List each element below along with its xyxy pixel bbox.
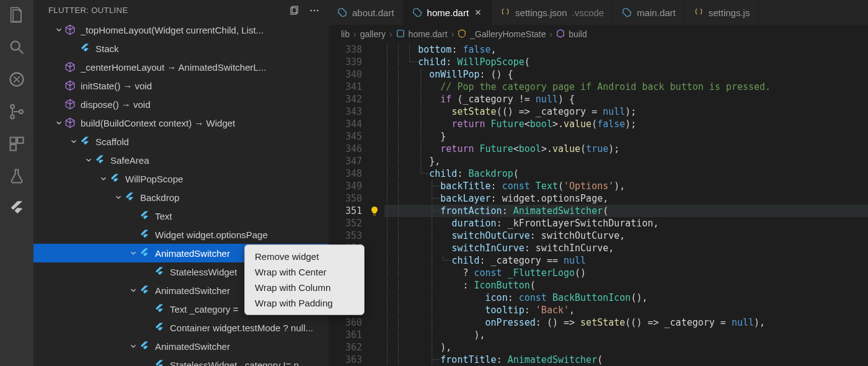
code-line[interactable]: │ │ │ ),	[384, 341, 868, 354]
outline-title: FLUTTER: OUTLINE	[48, 6, 128, 15]
flutter-icon	[79, 136, 91, 147]
beaker-icon[interactable]	[8, 167, 25, 185]
line-number: 361	[329, 329, 362, 341]
line-number: 351	[329, 205, 362, 217]
code-line[interactable]: │ │ ├─frontTitle: AnimatedSwitcher(	[384, 354, 868, 366]
outline-item-label: AnimatedSwitcher	[155, 341, 230, 352]
close-icon[interactable]	[474, 8, 482, 17]
breadcrumb-segment[interactable]: home.dart	[409, 29, 448, 39]
code-line[interactable]: │ │ │ }	[384, 130, 868, 143]
breadcrumb-icon	[556, 29, 565, 40]
context-menu-item[interactable]: Wrap with Padding	[245, 295, 364, 311]
method-icon	[64, 61, 76, 73]
breadcrumb-segment[interactable]: lib	[341, 29, 350, 39]
outline-item[interactable]: Container widget.testMode ? null...	[33, 318, 329, 337]
code-line[interactable]: │ │ │ bottom: false,	[384, 43, 868, 56]
breadcrumb-segment[interactable]: _GalleryHomeState	[470, 29, 546, 39]
outline-item[interactable]: Stack	[33, 39, 329, 58]
code-line[interactable]: │ │ │ : IconButton(	[384, 279, 868, 292]
code-line[interactable]: │ │ ├─backLayer: widget.optionsPage,	[384, 192, 868, 205]
copy-icon[interactable]	[289, 5, 300, 16]
code-line[interactable]: │ │ └─child: Backdrop(	[384, 167, 868, 180]
outline-item[interactable]: StatelessWidget _category != n...	[33, 355, 329, 366]
code-line[interactable]: │ │ │ onWillPop: () {	[384, 68, 868, 81]
debug-icon[interactable]	[8, 71, 25, 88]
code-line[interactable]: │ │ │ switchOutCurve: switchOutCurve,	[384, 230, 868, 242]
editor-tab[interactable]: about.dart	[329, 0, 404, 25]
svg-rect-14	[397, 30, 404, 37]
context-menu-item[interactable]: Remove widget	[245, 249, 364, 264]
outline-item-label: StatelessWidget _category != n...	[170, 360, 307, 366]
tab-label: about.dart	[352, 7, 394, 18]
outline-item-label: Container widget.testMode ? null...	[170, 323, 313, 333]
tab-label: home.dart	[427, 7, 469, 18]
editor-tab[interactable]: main.dart	[613, 0, 685, 25]
code-line[interactable]: │ │ │ ? const _FlutterLogo()	[384, 267, 868, 279]
chevron-right-icon: ›	[550, 29, 553, 39]
outline-item[interactable]: _centerHomeLayout → AnimatedSwitcherL...	[33, 58, 329, 76]
line-number: 346	[329, 143, 362, 155]
tab-label: settings.js	[709, 7, 750, 18]
outline-item[interactable]: initState() → void	[33, 76, 329, 95]
source-control-icon[interactable]	[8, 103, 25, 120]
outline-item[interactable]: Widget widget.optionsPage	[33, 225, 329, 244]
context-menu-item[interactable]: Wrap with Column	[245, 280, 364, 295]
line-number: 347	[329, 155, 362, 167]
outline-item[interactable]: WillPopScope	[33, 169, 329, 188]
code-line[interactable]: │ │ └─child: WillPopScope(	[384, 56, 868, 68]
outline-item[interactable]: dispose() → void	[33, 95, 329, 114]
outline-item[interactable]: Text	[33, 207, 329, 225]
breadcrumb-segment[interactable]: gallery	[360, 29, 386, 39]
editor-tab[interactable]: settings.js	[685, 0, 760, 25]
outline-item-label: _topHomeLayout(Widget currentChild, List…	[81, 25, 264, 35]
code-line[interactable]: │ │ │ duration: _kFrontLayerSwitchDurati…	[384, 217, 868, 230]
flutter-icon	[139, 341, 150, 352]
code-line[interactable]: │ │ │ ),	[384, 329, 868, 341]
tab-label: settings.json	[515, 7, 567, 18]
more-icon[interactable]	[309, 5, 320, 16]
outline-item-label: Stack	[95, 43, 119, 54]
code-line[interactable]: │ │ │ setState(() => _category = null);	[384, 105, 868, 118]
editor-tab[interactable]: settings.json.vscode	[492, 0, 613, 25]
method-icon	[64, 99, 76, 110]
code-line[interactable]: │ │ │ if (_category != null) {	[384, 93, 868, 105]
context-menu-item[interactable]: Wrap with Center	[245, 264, 364, 280]
code-area[interactable]: 3383393403413423433443453463473483493503…	[329, 43, 868, 366]
flutter-icon[interactable]	[8, 200, 25, 217]
search-icon[interactable]	[8, 38, 25, 56]
code-line[interactable]: │ │ │ },	[384, 155, 868, 167]
outline-item[interactable]: AnimatedSwitcher	[33, 337, 329, 355]
line-number: 345	[329, 130, 362, 143]
svg-point-3	[11, 105, 14, 109]
code-lines[interactable]: │ │ │ bottom: false,│ │ └─child: WillPop…	[384, 43, 868, 366]
outline-item[interactable]: SafeArea	[33, 151, 329, 169]
code-line[interactable]: │ │ ├─frontAction: AnimatedSwitcher(	[384, 205, 868, 217]
code-line[interactable]: │ │ │ switchInCurve: switchInCurve,	[384, 242, 868, 254]
flutter-icon	[154, 322, 165, 333]
breadcrumb[interactable]: lib›gallery›home.dart›_GalleryHomeState›…	[329, 25, 868, 43]
flutter-icon	[139, 248, 150, 259]
code-line[interactable]: │ │ ├─backTitle: const Text('Options'),	[384, 180, 868, 192]
files-icon[interactable]	[8, 6, 25, 24]
svg-point-11	[310, 9, 312, 11]
outline-item[interactable]: build(BuildContext context) → Widget	[33, 114, 329, 132]
extensions-icon[interactable]	[8, 135, 25, 153]
code-line[interactable]: │ │ │ onPressed: () => setState(() => _c…	[384, 316, 868, 329]
outline-item[interactable]: _topHomeLayout(Widget currentChild, List…	[33, 20, 329, 39]
outline-item[interactable]: Backdrop	[33, 188, 329, 207]
lightbulb-icon[interactable]	[370, 206, 379, 216]
line-number-gutter: 3383393403413423433443453463473483493503…	[329, 43, 370, 366]
code-line[interactable]: │ │ │ icon: const BackButtonIcon(),	[384, 292, 868, 304]
editor-tab[interactable]: home.dart	[404, 0, 492, 25]
flutter-icon	[139, 210, 150, 221]
code-line[interactable]: │ │ │ return Future<bool>.value(true);	[384, 143, 868, 155]
line-number: 342	[329, 93, 362, 105]
code-line[interactable]: │ │ │ // Pop the category page if Androi…	[384, 81, 868, 93]
code-line[interactable]: │ │ │ └─child: _category == null	[384, 254, 868, 267]
flutter-icon	[139, 229, 150, 240]
code-line[interactable]: │ │ │ return Future<bool>.value(false);	[384, 118, 868, 130]
outline-item-label: AnimatedSwitcher	[155, 285, 230, 296]
code-line[interactable]: │ │ │ tooltip: 'Back',	[384, 304, 868, 316]
outline-item[interactable]: Scaffold	[33, 132, 329, 151]
breadcrumb-segment[interactable]: build	[569, 29, 587, 39]
